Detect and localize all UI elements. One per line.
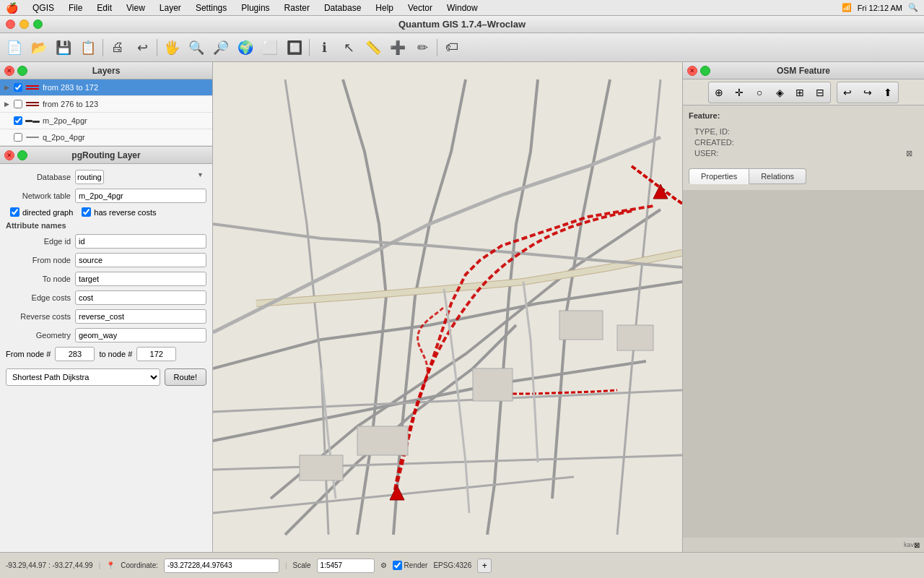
route-button[interactable]: Route! [165,368,206,386]
to-node-num-input[interactable] [136,347,176,361]
osm-intersect-button[interactable]: ⊞ [790,82,810,103]
label-button[interactable]: 🏷 [440,36,463,59]
directed-graph-label: directed graph [22,208,73,217]
type-id-field: TYPE, ID: [694,127,912,136]
menu-qgis[interactable]: QGIS [30,3,57,13]
layers-controls: ✕ [4,66,27,76]
edge-id-input[interactable] [75,234,206,249]
layer-visibility-checkbox[interactable] [14,83,22,92]
layer-visibility-checkbox[interactable] [14,116,22,125]
close-field-icon[interactable]: ⊠ [906,149,912,158]
layer-type-icon [25,82,40,92]
pgrouting-close-button[interactable]: ✕ [4,150,14,160]
osm-first-button[interactable]: ⊕ [709,82,729,103]
menu-file[interactable]: File [66,3,85,13]
osm-undo-button[interactable]: ↩ [837,82,858,103]
osm-vertex-button[interactable]: ◈ [770,82,790,103]
tab-properties[interactable]: Properties [689,168,749,184]
pgrouting-header: ✕ pgRouting Layer [0,147,212,164]
database-select[interactable]: routing [75,170,104,184]
network-table-input[interactable] [75,189,206,203]
from-node-num-input[interactable] [55,347,95,361]
maximize-button[interactable] [33,20,43,29]
zoom-out-button[interactable]: 🔎 [209,36,232,59]
menu-window[interactable]: Window [444,3,481,13]
to-node-input[interactable] [75,272,206,286]
open-project-button[interactable]: 📂 [27,36,51,59]
undo-button[interactable]: ↩ [131,36,154,59]
reverse-costs-field-input[interactable] [75,309,206,324]
layer-item[interactable]: ▶ from 276 to 123 [0,96,212,113]
layer-item[interactable]: ▶ q_2po_4pgr [0,129,212,146]
osm-circle-button[interactable]: ○ [749,82,770,103]
algorithm-select[interactable]: Shortest Path Dijkstra [6,368,160,386]
print-button[interactable]: 🖨 [106,36,129,59]
algorithm-row: Shortest Path Dijkstra Route! [6,368,206,386]
save-as-button[interactable]: 📋 [77,36,100,59]
scale-icon[interactable]: ⚙ [380,561,387,569]
osm-upload-button[interactable]: ⬆ [878,82,898,103]
osm-prev-button[interactable]: ✛ [729,82,749,103]
layer-item[interactable]: ▶ from 283 to 172 [0,79,212,96]
osm-expand-icon[interactable]: ⊠ [914,541,920,549]
pgrouting-expand-button[interactable] [17,150,27,160]
layer-item[interactable]: ▶ m_2po_4pgr [0,113,212,129]
osm-redo-button[interactable]: ↪ [858,82,878,103]
layer-visibility-checkbox[interactable] [14,133,22,142]
save-project-button[interactable]: 💾 [52,36,75,59]
osm-close-button[interactable]: ✕ [687,66,697,76]
directed-graph-checkbox[interactable] [10,207,19,217]
layers-close-button[interactable]: ✕ [4,66,14,76]
zoom-layer-button[interactable]: ⬜ [258,36,282,59]
window-title: Quantum GIS 1.7.4–Wroclaw [398,19,526,30]
menu-raster[interactable]: Raster [282,3,313,13]
geometry-input[interactable] [75,328,206,342]
minimize-button[interactable] [19,20,29,29]
menu-database[interactable]: Database [321,3,364,13]
menu-settings[interactable]: Settings [193,3,230,13]
menu-layer[interactable]: Layer [157,3,184,13]
magnify-button[interactable]: + [477,558,492,573]
new-project-button[interactable]: 📄 [3,36,26,59]
identify-button[interactable]: ℹ [313,36,336,59]
layer-visibility-checkbox[interactable] [14,100,22,108]
reverse-costs-check: has reverse costs [82,207,156,217]
menu-plugins[interactable]: Plugins [238,3,272,13]
coordinate-input[interactable] [164,558,279,573]
menu-view[interactable]: View [123,3,148,13]
main-layout: ✕ Layers ▶ from 283 to 172 [0,62,924,552]
tab-relations[interactable]: Relations [749,168,806,184]
from-node-input[interactable] [75,253,206,267]
osm-toolbar: ⊕ ✛ ○ ◈ ⊞ ⊟ ↩ ↪ ⬆ [683,79,924,105]
reverse-costs-checkbox[interactable] [82,207,91,217]
osm-panel: ✕ OSM Feature ⊕ ✛ ○ ◈ ⊞ ⊟ ↩ ↪ ⬆ Feat [682,62,924,552]
from-node-num-label: From node # [6,350,51,358]
pan-button[interactable]: 🖐 [160,36,183,59]
add-feature-button[interactable]: ➕ [386,36,409,59]
main-toolbar: 📄 📂 💾 📋 🖨 ↩ 🖐 🔍 🔎 🌍 ⬜ 🔲 ℹ ↖ 📏 ➕ ✏ 🏷 [0,33,924,62]
menu-help[interactable]: Help [372,3,396,13]
map-area[interactable] [213,62,682,552]
reverse-costs-field-label: Reverse costs [6,312,71,321]
osm-image-placeholder [683,190,924,538]
select-button[interactable]: ↖ [337,36,360,59]
menu-edit[interactable]: Edit [94,3,115,13]
search-icon[interactable]: 🔍 [908,3,918,12]
measure-button[interactable]: 📏 [362,36,385,59]
scale-input[interactable] [317,558,375,573]
zoom-full-button[interactable]: 🌍 [234,36,257,59]
coordinate-icon: 📍 [106,561,115,569]
render-checkbox[interactable] [393,561,402,570]
zoom-in-button[interactable]: 🔍 [185,36,208,59]
layers-expand-button[interactable] [17,66,27,76]
created-field: CREATED: [694,138,912,147]
menu-vector[interactable]: Vector [405,3,435,13]
edit-button[interactable]: ✏ [411,36,434,59]
close-button[interactable] [6,20,15,29]
apple-menu[interactable]: 🍎 [6,2,18,14]
edge-costs-input[interactable] [75,290,206,305]
zoom-selection-button[interactable]: 🔲 [283,36,306,59]
osm-expand-button[interactable] [700,66,710,76]
render-label: Render [404,561,428,569]
osm-add-button[interactable]: ⊟ [810,82,830,103]
